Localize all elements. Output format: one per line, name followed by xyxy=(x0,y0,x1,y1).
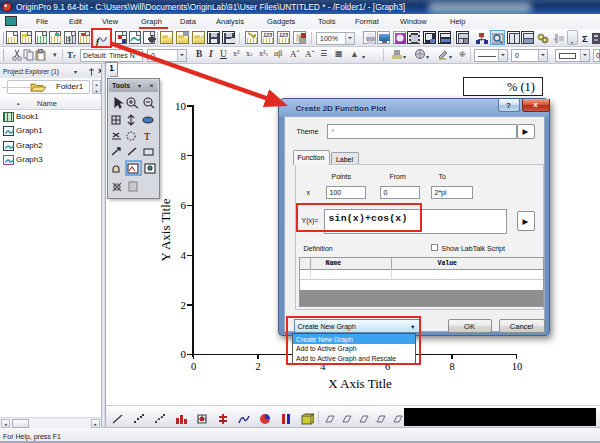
svg-text:T: T xyxy=(144,131,150,142)
